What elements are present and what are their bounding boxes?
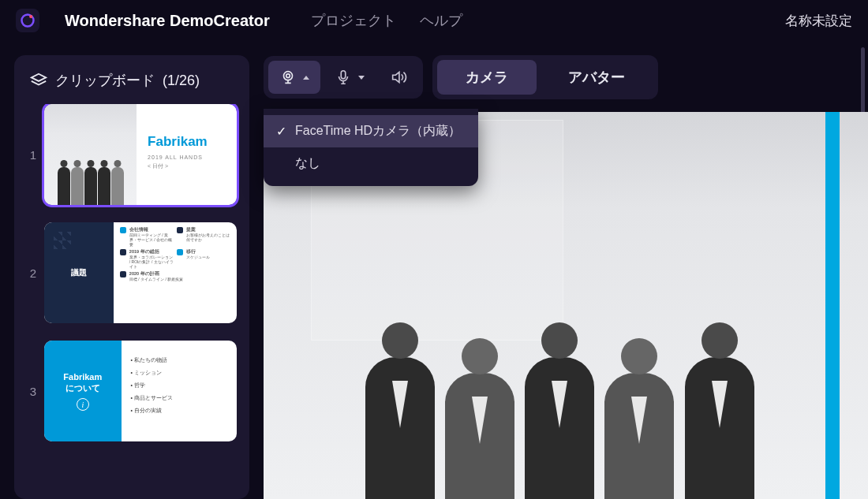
svg-point-1 (29, 15, 32, 18)
menu-project[interactable]: プロジェクト (311, 11, 396, 30)
device-controls (264, 56, 423, 99)
app-title: Wondershare DemoCreator (65, 12, 270, 30)
menu-bar: プロジェクト ヘルプ (311, 11, 462, 30)
camera-dropdown: ✓ FaceTime HDカメラ（内蔵） ✓ なし (264, 109, 478, 186)
camera-device-button[interactable] (268, 61, 320, 94)
chevron-down-icon (358, 76, 365, 80)
microphone-icon (335, 69, 352, 86)
app-logo (16, 9, 39, 32)
svg-point-3 (284, 72, 293, 80)
mode-tabs: カメラ アバター (432, 55, 658, 99)
thumb-number: 1 (24, 148, 36, 162)
thumbnail-1[interactable]: Fabrikam 2019 ALL HANDS < 日付 > (44, 104, 237, 205)
title-bar: Wondershare DemoCreator プロジェクト ヘルプ 名称未設定 (0, 0, 868, 41)
info-icon: i (77, 398, 89, 411)
thumb-number: 2 (24, 266, 36, 280)
top-toolbar: カメラ アバター (264, 55, 868, 99)
speaker-device-button[interactable] (379, 61, 418, 94)
menu-help[interactable]: ヘルプ (420, 11, 462, 30)
slide1-subtitle: 2019 ALL HANDS (148, 155, 226, 160)
thumbnail-2[interactable]: 議題 会社情報前回ミーティング / 業界・サービス / 会社の概要提案お客様がお… (44, 222, 237, 323)
microphone-device-button[interactable] (324, 61, 376, 94)
main-area: カメラ アバター ✓ FaceTime HDカメラ（内蔵） ✓ なし (264, 55, 868, 499)
tab-camera[interactable]: カメラ (437, 60, 537, 95)
sidebar-counter: (1/26) (163, 73, 200, 89)
svg-marker-6 (393, 73, 399, 83)
dropdown-option-facetime[interactable]: ✓ FaceTime HDカメラ（内蔵） (264, 115, 478, 147)
thumb-row[interactable]: 3 Fabrikamについて i • 私たちの物語 • ミッション • 哲学 •… (24, 341, 237, 441)
thumb-number: 3 (24, 385, 36, 398)
tab-avatar[interactable]: アバター (540, 60, 653, 95)
layers-icon (30, 72, 47, 89)
thumb-row[interactable]: 1 Fabrikam 2019 ALL HANDS < 日付 > (24, 104, 237, 205)
svg-marker-2 (32, 74, 46, 81)
dropdown-label: なし (295, 155, 320, 172)
document-title: 名称未設定 (785, 12, 852, 30)
sidebar-header: クリップボード (1/26) (24, 68, 240, 104)
chevron-up-icon (303, 76, 309, 80)
slide1-date: < 日付 > (148, 162, 226, 170)
speaker-icon (390, 69, 407, 86)
webcam-icon (279, 69, 297, 86)
sidebar: クリップボード (1/26) 1 Fabrikam 2019 ALL HANDS (14, 55, 249, 499)
thumbnail-list: 1 Fabrikam 2019 ALL HANDS < 日付 > (24, 104, 240, 441)
thumbnail-3[interactable]: Fabrikamについて i • 私たちの物語 • ミッション • 哲学 • 商… (44, 341, 237, 441)
slide1-company: Fabrikam (148, 134, 226, 150)
dropdown-option-none[interactable]: ✓ なし (264, 147, 478, 180)
svg-point-4 (286, 74, 290, 78)
sidebar-title: クリップボード (55, 71, 155, 90)
dropdown-label: FaceTime HDカメラ（内蔵） (295, 123, 461, 140)
svg-rect-5 (341, 71, 346, 79)
check-icon: ✓ (276, 124, 287, 139)
thumb-row[interactable]: 2 議題 会社情報前回ミーティング / 業界・サービス / 会社の概要提案お客様… (24, 222, 237, 323)
slide2-title: 議題 (71, 267, 87, 278)
